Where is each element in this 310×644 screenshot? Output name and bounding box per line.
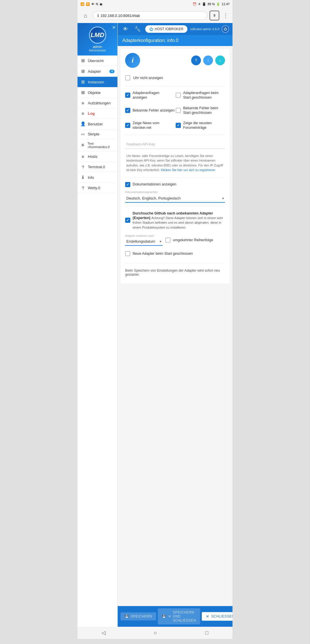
eye-icon: 👁 [91, 2, 94, 6]
neue-adapter-geschlossen-label: Neue Adapter beim Start geschlossen [133, 251, 193, 256]
close-button[interactable]: ✕ SCHLIESSEN [202, 612, 232, 621]
tab-count-button[interactable]: 9 [210, 11, 219, 20]
umgekehrte-reihenfolge-label: umgekehrter Reihenfolge [173, 238, 213, 242]
bottom-action-bar: 💾 SPEICHERN 💾 ✕ SPEICHERN UND SCHLIESSEN… [118, 606, 232, 627]
divider-4 [125, 206, 225, 206]
neue-adapter-geschlossen-checkbox[interactable] [125, 251, 130, 256]
zeige-news-checkbox[interactable] [125, 123, 130, 128]
sidebar-item-text-kommandos[interactable]: ✳ Text->Kommandos.0 [78, 139, 117, 152]
zeige-forum-item: Zeige die neusten Forumeinträge [176, 118, 225, 133]
home-nav-button[interactable]: ○ [148, 628, 163, 638]
browser-menu-button[interactable]: ⋮ [222, 12, 230, 19]
ubersicht-label: Übersicht [88, 59, 104, 63]
eye-toolbar-icon[interactable]: 👁 [121, 25, 130, 33]
checkbox-grid-1: Adapteranfragen anzeigen Adapteranfragen… [125, 88, 225, 133]
wetty-icon: ? [80, 185, 86, 190]
role-label: Administrator [89, 49, 106, 52]
umgekehrte-reihenfolge-checkbox[interactable] [165, 237, 170, 243]
save-close-label: SPEICHERN UND SCHLIESSEN [173, 610, 196, 622]
battery-icon: 🔋 [216, 2, 220, 6]
feednami-api-key-input[interactable] [125, 140, 225, 149]
zeige-news-item: Zeige News vom iobroker.net [125, 118, 175, 133]
close-x-icon: ✕ [206, 614, 210, 619]
browser-bar: ⌂ ℹ 192.168.0.10:8081/#tab 9 ⋮ [78, 8, 232, 23]
wrench-toolbar-icon[interactable]: 🔧 [133, 25, 142, 33]
sidebar-item-objekte[interactable]: ⊞ Objekte [78, 87, 117, 98]
adapter-header: i ? ↑ ↓ [125, 53, 225, 68]
save-close-button[interactable]: 💾 ✕ SPEICHERN UND SCHLIESSEN [158, 608, 200, 624]
log-label: Log [88, 111, 95, 116]
top-toolbar: 👁 🔧 ⏻ HOST IOBROKER ioBroker.admin 3.6.0… [118, 23, 232, 35]
benutzer-label: Benutzer [88, 122, 103, 126]
adapter-config-card: i ? ↑ ↓ Uhr nicht anzeigen [121, 49, 230, 283]
close-label: SCHLIESSEN [211, 614, 232, 618]
save-button[interactable]: 💾 SPEICHERN [121, 612, 156, 620]
sidebar-item-instanzen[interactable]: ⊞ Instanzen [78, 77, 117, 87]
bekannte-fehler-start-label: Bekannte Fehler beim Start geschlossen [183, 106, 225, 115]
url-bar[interactable]: ℹ 192.168.0.10:8081/#tab [93, 11, 207, 20]
save-icon: 💾 [125, 614, 129, 618]
host-label: HOST IOBROKER [155, 27, 183, 31]
objekte-label: Objekte [88, 91, 101, 95]
dokumentationssprachen-select[interactable]: Deutsch, Englisch, Portugiesisch [125, 194, 225, 203]
sidebar-item-wetty[interactable]: ? Wetty.0 [78, 183, 117, 193]
sidebar-item-log[interactable]: ≡ Log [78, 108, 117, 119]
adapteranfragen-start-label: Adapteranfragen beim Start geschlossen [183, 91, 225, 100]
x-icon: ✕ [168, 614, 171, 618]
terminal-icon: ? [80, 164, 86, 169]
adapter-icon: ⊞ [80, 69, 86, 74]
sidebar-close-button[interactable]: ✕ [112, 25, 116, 30]
github-search-text: Durchsuche Github nach unbekannten Adapt… [133, 211, 225, 230]
toolbar-right: ioBroker.admin 3.6.0 ⏻ [190, 25, 229, 33]
adapteranfragen-start-checkbox[interactable] [176, 93, 181, 98]
sidebar-item-hosts[interactable]: ≡ Hosts [78, 152, 117, 162]
app-container: ✕ LMD admin Administrator ⊞ Übersicht ⊞ … [78, 23, 232, 627]
page-title: Adapterkonfiguration: info.0 [122, 38, 228, 43]
zeige-forum-label: Zeige die neusten Forumeinträge [183, 121, 225, 130]
help-button[interactable]: ? [191, 55, 201, 65]
wetty-label: Wetty.0 [88, 186, 100, 190]
dokumentationssprachen-label: Dokumentationssprachen [125, 191, 225, 194]
dokumentationen-label: Dokumentationen anzeigen [133, 182, 176, 187]
save-label: SPEICHERN [131, 614, 152, 618]
register-link[interactable]: Klicken Sie hier um sich zu registrieren [161, 168, 215, 172]
sidebar-item-terminal[interactable]: ? Terminal.0 [78, 162, 117, 172]
bekannte-fehler-checkbox[interactable] [125, 108, 130, 113]
home-button[interactable]: ⌂ [80, 10, 91, 21]
back-button[interactable]: ◁ [96, 627, 111, 638]
neue-adapter-geschlossen-item: Neue Adapter beim Start geschlossen [125, 249, 193, 258]
sidebar-item-aufzahlungen[interactable]: ≡ Aufzählungen [78, 98, 117, 108]
bekannte-fehler-start-checkbox[interactable] [176, 108, 181, 113]
uhr-nicht-anzeigen-checkbox[interactable] [125, 75, 130, 80]
sidebar-item-benutzer[interactable]: 👤 Benutzer [78, 119, 117, 129]
adapteranfragen-anzeigen-item: Adapteranfragen anzeigen [125, 88, 175, 102]
power-button[interactable]: ⏻ [222, 25, 229, 33]
info-label: Info [88, 175, 94, 180]
sidebar-username: admin Administrator [89, 45, 106, 52]
host-button[interactable]: ⏻ HOST IOBROKER [145, 25, 187, 33]
bekannte-fehler-label: Bekannte Fehler anzeigen [133, 108, 175, 113]
download-button[interactable]: ↓ [215, 55, 225, 65]
zeige-forum-checkbox[interactable] [176, 123, 181, 128]
github-search-checkbox[interactable] [125, 218, 130, 223]
bekannte-fehler-item: Bekannte Fehler anzeigen [125, 103, 175, 118]
status-right: ⏰ ✳ 📳 89 % 🔋 11:47 [193, 2, 230, 6]
sort-select[interactable]: Erstellungsdatum [125, 237, 162, 246]
username-label: admin [89, 45, 106, 49]
host-power-icon: ⏻ [149, 27, 153, 31]
sidebar-item-adapter[interactable]: ⊞ Adapter 4 [78, 66, 117, 77]
recents-button[interactable]: □ [199, 628, 214, 638]
instanzen-label: Instanzen [88, 80, 104, 84]
upload-button[interactable]: ↑ [203, 55, 213, 65]
sort-row: Adapter sortieren nach Erstellungsdatum … [125, 232, 225, 261]
sidebar-item-ubersicht[interactable]: ⊞ Übersicht [78, 55, 117, 66]
dokumentationssprachen-wrapper: Dokumentationssprachen Deutsch, Englisch… [125, 191, 225, 203]
info-icon: ℹ [80, 175, 86, 180]
sidebar-item-info[interactable]: ℹ Info [78, 172, 117, 183]
sidebar-item-skripte[interactable]: <> Skripte [78, 129, 117, 139]
dokumentationen-checkbox[interactable] [125, 182, 130, 187]
bluetooth-icon: ✳ [198, 2, 201, 6]
alarm-icon: ⏰ [193, 2, 197, 6]
adapteranfragen-anzeigen-checkbox[interactable] [125, 93, 130, 98]
zeige-news-label: Zeige News vom iobroker.net [133, 121, 175, 130]
